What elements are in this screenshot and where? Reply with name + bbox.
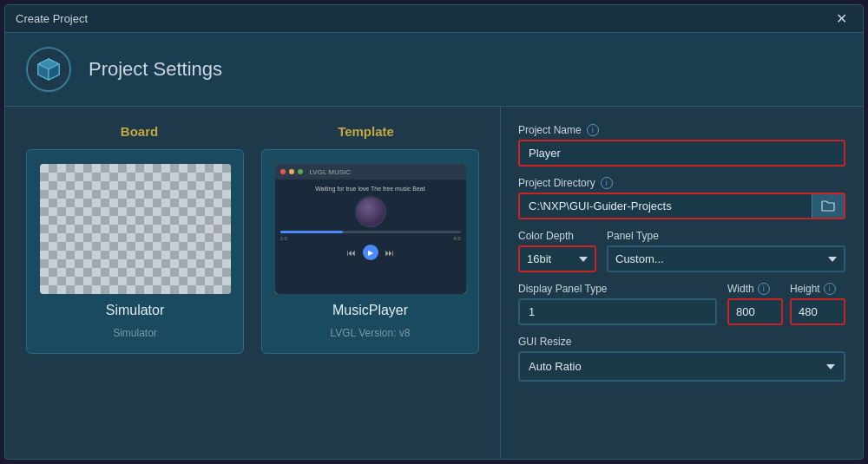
simulator-image bbox=[40, 164, 231, 294]
project-name-label-row: Project Name i bbox=[518, 124, 845, 136]
gui-resize-label: GUI Resize bbox=[518, 336, 845, 348]
musicplayer-card[interactable]: LVGL MUSIC Waiting for true love The fre… bbox=[261, 149, 479, 354]
color-panel-row: Color Depth 8bit 16bit 32bit Panel Type … bbox=[518, 230, 845, 272]
display-panel-group: Display Panel Type bbox=[518, 283, 717, 325]
mp-controls: ⏮ ▶ ⏭ bbox=[347, 245, 394, 260]
mp-song-title: Waiting for true love The free music Bea… bbox=[315, 185, 424, 193]
titlebar: Create Project ✕ bbox=[5, 5, 863, 33]
width-info-icon[interactable]: i bbox=[758, 283, 770, 295]
section-headers: Board Template bbox=[26, 124, 479, 139]
width-height-group: Width i Height i bbox=[727, 283, 845, 325]
mp-progress-bar bbox=[280, 231, 461, 233]
color-depth-select[interactable]: 8bit 16bit 32bit bbox=[518, 245, 596, 272]
simulator-name: Simulator bbox=[106, 303, 165, 318]
mp-dot-yellow bbox=[289, 169, 294, 174]
right-panel: Project Name i Project Directory i bbox=[500, 107, 863, 459]
project-dir-group: Project Directory i bbox=[518, 177, 845, 219]
panel-type-select[interactable]: Custom... RGB SPI I2C bbox=[607, 245, 845, 272]
header: Project Settings bbox=[5, 33, 863, 107]
page-title: Project Settings bbox=[89, 58, 222, 81]
height-input[interactable] bbox=[790, 298, 845, 325]
mp-play-icon: ▶ bbox=[363, 245, 378, 260]
project-dir-info-icon[interactable]: i bbox=[601, 177, 613, 189]
musicplayer-name: MusicPlayer bbox=[332, 303, 408, 318]
gui-resize-group: GUI Resize Auto Ratio Fixed None bbox=[518, 336, 845, 382]
project-dir-label-row: Project Directory i bbox=[518, 177, 845, 189]
browse-folder-button[interactable] bbox=[812, 194, 844, 218]
width-label-wrap: Width i bbox=[727, 283, 779, 295]
width-label: Width bbox=[727, 283, 754, 295]
mp-time-total: 4:5 bbox=[453, 236, 460, 241]
project-name-info-icon[interactable]: i bbox=[587, 124, 599, 136]
height-label-wrap: Height i bbox=[790, 283, 842, 295]
musicplayer-subtitle: LVGL Version: v8 bbox=[330, 327, 410, 339]
display-panel-input[interactable] bbox=[518, 298, 717, 325]
wh-inputs bbox=[727, 298, 845, 325]
wh-labels: Width i Height i bbox=[727, 283, 845, 295]
project-dir-input[interactable] bbox=[520, 194, 812, 218]
panel-type-group: Panel Type Custom... RGB SPI I2C bbox=[607, 230, 845, 272]
mp-dot-green bbox=[298, 169, 303, 174]
color-depth-group: Color Depth 8bit 16bit 32bit bbox=[518, 230, 596, 272]
project-name-group: Project Name i bbox=[518, 124, 845, 167]
mp-prev-icon: ⏮ bbox=[347, 248, 356, 258]
project-name-input[interactable] bbox=[518, 140, 845, 167]
window-title: Create Project bbox=[16, 12, 88, 25]
height-label: Height bbox=[790, 283, 820, 295]
width-input[interactable] bbox=[727, 298, 783, 325]
music-player-preview: LVGL MUSIC Waiting for true love The fre… bbox=[275, 164, 466, 294]
folder-icon bbox=[821, 200, 835, 212]
board-section-header: Board bbox=[26, 124, 253, 139]
simulator-card[interactable]: Simulator Simulator bbox=[26, 149, 244, 354]
template-section-header: Template bbox=[253, 124, 479, 139]
project-dir-input-wrap bbox=[518, 193, 845, 219]
cards-row: Simulator Simulator LVGL MUSIC bbox=[26, 149, 479, 354]
mp-title-text: LVGL MUSIC bbox=[310, 168, 352, 176]
height-info-icon[interactable]: i bbox=[824, 283, 836, 295]
project-name-label: Project Name bbox=[518, 124, 582, 136]
mp-progress-fill bbox=[280, 231, 344, 233]
musicplayer-image: LVGL MUSIC Waiting for true love The fre… bbox=[275, 164, 466, 294]
mp-dot-red bbox=[280, 169, 286, 174]
mp-album-art bbox=[355, 196, 386, 227]
left-panel: Board Template Simulator Simulator bbox=[5, 107, 500, 459]
display-panel-label: Display Panel Type bbox=[518, 283, 717, 295]
mp-time-current: 1:0 bbox=[280, 236, 287, 241]
cube-icon bbox=[36, 56, 62, 82]
mp-next-icon: ⏭ bbox=[385, 248, 394, 258]
gui-resize-select[interactable]: Auto Ratio Fixed None bbox=[518, 351, 845, 382]
close-button[interactable]: ✕ bbox=[831, 10, 852, 28]
checker-pattern bbox=[40, 164, 231, 294]
mp-titlebar: LVGL MUSIC bbox=[275, 164, 466, 180]
mp-time: 1:0 4:5 bbox=[280, 236, 461, 241]
display-wh-row: Display Panel Type Width i Height i bbox=[518, 283, 845, 325]
project-dir-label: Project Directory bbox=[518, 177, 595, 189]
panel-type-label: Panel Type bbox=[607, 230, 845, 242]
main-window: Create Project ✕ Project Settings Board … bbox=[4, 4, 864, 460]
content-area: Board Template Simulator Simulator bbox=[5, 107, 863, 459]
mp-content: Waiting for true love The free music Bea… bbox=[275, 180, 466, 294]
color-depth-label: Color Depth bbox=[518, 230, 596, 242]
simulator-subtitle: Simulator bbox=[113, 327, 157, 339]
header-icon bbox=[26, 47, 71, 92]
mp-progress-area: 1:0 4:5 bbox=[280, 231, 461, 241]
